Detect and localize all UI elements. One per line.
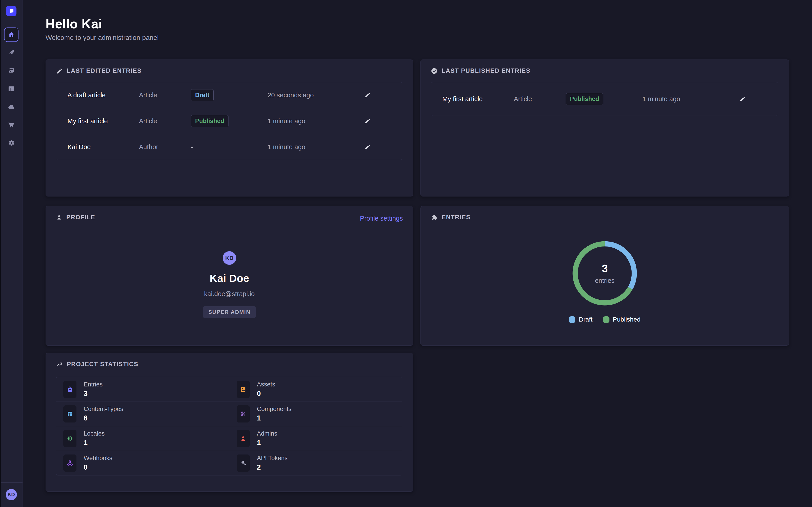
edit-entry-button[interactable] <box>364 118 402 124</box>
last-edited-table: A draft article Article Draft 20 seconds… <box>56 82 402 160</box>
profile-body: KD Kai Doe kai.doe@strapi.io SUPER ADMIN <box>46 206 413 345</box>
table-row: My first article Article Published 1 min… <box>431 82 778 116</box>
stats-grid: Entries 3 Assets 0 <box>56 377 402 475</box>
sidebar-item-content-manager[interactable] <box>4 46 18 60</box>
entry-time: 1 minute ago <box>267 143 364 151</box>
table-row: My first article Article Published 1 min… <box>56 108 402 134</box>
stat-content-types: Content-Types 6 <box>56 402 229 426</box>
profile-email: kai.doe@strapi.io <box>204 290 255 298</box>
strapi-logo[interactable] <box>6 6 16 16</box>
edit-entry-button[interactable] <box>739 96 778 102</box>
role-badge: SUPER ADMIN <box>203 306 256 318</box>
locales-icon <box>63 430 77 447</box>
edit-pencil-icon <box>364 92 371 99</box>
entry-type: Author <box>139 143 191 151</box>
donut-center-label: 3 entries <box>569 237 641 309</box>
table-row: Kai Doe Author - 1 minute ago <box>56 134 402 160</box>
entry-name: Kai Doe <box>67 143 139 151</box>
entries-total: 3 <box>602 262 608 275</box>
entry-name: My first article <box>442 95 514 103</box>
sidebar: KD <box>0 0 22 507</box>
stat-label: Assets <box>257 381 275 388</box>
profile-panel: PROFILE Profile settings KD Kai Doe kai.… <box>46 206 413 346</box>
legend-label: Draft <box>579 316 593 323</box>
sidebar-item-content-type-builder[interactable] <box>4 81 18 96</box>
entry-type: Article <box>514 95 566 103</box>
last-edited-entries-panel: LAST EDITED ENTRIES A draft article Arti… <box>46 59 413 196</box>
sidebar-footer: KD <box>0 483 22 507</box>
entry-type: Article <box>139 92 191 99</box>
entries-unit: entries <box>595 277 614 284</box>
panel-title: LAST PUBLISHED ENTRIES <box>442 67 530 74</box>
project-statistics-panel: PROJECT STATISTICS Entries 3 <box>46 353 413 492</box>
page-subtitle: Welcome to your administration panel <box>46 34 159 42</box>
trend-icon <box>56 361 63 368</box>
stat-webhooks: Webhooks 0 <box>56 451 229 475</box>
status-badge: Published <box>566 93 603 105</box>
check-circle-icon <box>431 68 438 74</box>
user-avatar[interactable]: KD <box>6 489 17 500</box>
entry-time: 20 seconds ago <box>267 92 364 99</box>
sidebar-item-cloud[interactable] <box>4 100 18 114</box>
stat-label: Content-Types <box>84 406 123 412</box>
legend-label: Published <box>613 316 641 323</box>
edit-pencil-icon <box>739 96 746 102</box>
stat-label: Components <box>257 406 292 412</box>
edit-entry-button[interactable] <box>364 92 402 99</box>
strapi-logo-icon <box>8 8 14 14</box>
components-icon <box>237 405 250 422</box>
project-statistics-header: PROJECT STATISTICS <box>56 361 138 368</box>
feather-icon <box>8 49 15 56</box>
stat-value: 1 <box>257 414 292 422</box>
stat-label: Entries <box>84 381 103 388</box>
draft-swatch <box>569 316 575 323</box>
stat-label: Webhooks <box>84 455 112 462</box>
stat-label: API Tokens <box>257 455 288 462</box>
stat-label: Admins <box>257 430 277 437</box>
last-published-header: LAST PUBLISHED ENTRIES <box>431 67 530 74</box>
stat-value: 0 <box>257 390 275 398</box>
stat-entries: Entries 3 <box>56 377 229 402</box>
stat-value: 3 <box>84 390 103 398</box>
stat-value: 6 <box>84 414 123 422</box>
assets-icon <box>237 381 250 398</box>
edit-entry-button[interactable] <box>364 144 402 150</box>
content-types-icon <box>63 405 77 422</box>
sidebar-item-media-library[interactable] <box>4 64 18 78</box>
panel-title: LAST EDITED ENTRIES <box>67 67 142 74</box>
profile-name: Kai Doe <box>210 272 249 284</box>
sidebar-item-settings[interactable] <box>4 136 18 150</box>
sidebar-item-marketplace[interactable] <box>4 118 18 132</box>
puzzle-icon <box>431 214 438 221</box>
legend-item-draft: Draft <box>569 316 593 323</box>
stat-value: 1 <box>257 439 277 447</box>
entry-time: 1 minute ago <box>642 95 739 103</box>
profile-avatar: KD <box>222 251 236 265</box>
stat-assets: Assets 0 <box>229 377 402 402</box>
sidebar-item-home[interactable] <box>4 27 18 42</box>
entry-time: 1 minute ago <box>267 117 364 125</box>
webhooks-icon <box>63 454 77 471</box>
stat-locales: Locales 1 <box>56 426 229 451</box>
edit-pencil-icon <box>364 144 371 150</box>
stat-api-tokens: API Tokens 2 <box>229 451 402 475</box>
stat-components: Components 1 <box>229 402 402 426</box>
entry-name: A draft article <box>67 92 139 99</box>
images-icon <box>8 67 15 74</box>
home-icon <box>8 31 15 38</box>
last-published-entries-panel: LAST PUBLISHED ENTRIES My first article … <box>420 59 789 196</box>
layout-icon <box>8 85 15 93</box>
stat-admins: Admins 1 <box>229 426 402 451</box>
last-published-table: My first article Article Published 1 min… <box>431 82 778 116</box>
cloud-icon <box>7 103 15 111</box>
entries-header: ENTRIES <box>431 214 470 221</box>
panel-title: PROJECT STATISTICS <box>67 361 138 368</box>
last-edited-header: LAST EDITED ENTRIES <box>56 67 142 74</box>
legend-item-published: Published <box>603 316 641 323</box>
entry-name: My first article <box>67 117 139 125</box>
key-icon <box>237 454 250 471</box>
published-swatch <box>603 316 609 323</box>
stat-value: 2 <box>257 463 288 471</box>
gear-icon <box>8 139 15 147</box>
status-badge: Published <box>191 115 229 127</box>
